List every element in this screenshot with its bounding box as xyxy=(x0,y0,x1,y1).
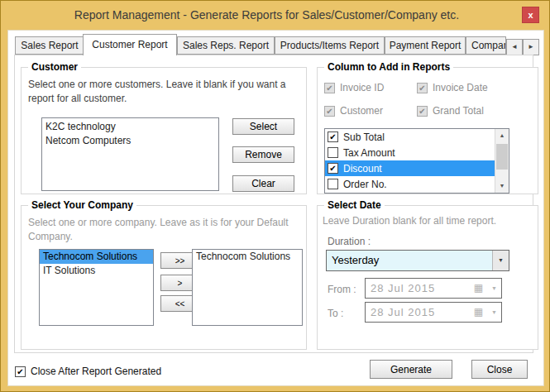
arrow-right-icon: ► xyxy=(528,43,534,50)
tab-label: Payment Report xyxy=(390,40,462,51)
checklist-item-order-no[interactable]: Order No. xyxy=(325,176,495,192)
checkbox-checked-icon: ✔ xyxy=(324,83,335,93)
customer-column-checkbox: ✔ Customer xyxy=(324,105,383,117)
checkbox-checked-icon: ✔ xyxy=(417,106,428,117)
close-icon: x xyxy=(528,10,533,20)
tab-label: Company xyxy=(471,40,506,51)
tab-customer-report[interactable]: Customer Report xyxy=(83,34,177,55)
checklist-item-sub-total[interactable]: ✔ Sub Total xyxy=(325,129,495,145)
date-description: Leave Duration blank for all time report… xyxy=(323,214,536,228)
company-group-title: Select Your Company xyxy=(28,199,136,211)
checkbox-unchecked-icon[interactable] xyxy=(328,147,338,158)
tab-sales-reps-report[interactable]: Sales Reps. Report xyxy=(177,36,275,55)
checkbox-label: Close After Report Generated xyxy=(31,366,161,377)
checkbox-checked-icon: ✔ xyxy=(324,106,335,117)
checkbox-label: Invoice Date xyxy=(433,82,488,93)
tab-label: Products/Items Report xyxy=(280,40,379,51)
customer-report-tab-panel: Customer Select one or more customers. L… xyxy=(14,55,533,353)
checkbox-checked-icon[interactable]: ✔ xyxy=(328,131,338,142)
arrow-left-icon: ◄ xyxy=(511,43,518,50)
checklist-item-label: Discount xyxy=(343,163,382,174)
remove-customer-button[interactable]: Remove xyxy=(232,146,294,163)
tab-sales-report[interactable]: Sales Report xyxy=(15,36,84,55)
scroll-down-icon[interactable]: ▼ xyxy=(495,179,509,193)
tab-label: Customer Report xyxy=(92,39,167,50)
tab-label: Sales Reps. Report xyxy=(183,40,269,51)
tab-label: Sales Report xyxy=(21,40,78,51)
chevron-down-icon: ▼ xyxy=(491,309,497,315)
to-date-value: 28 Jul 2015 xyxy=(371,306,435,318)
customer-listbox[interactable]: K2C technology Netcom Computers xyxy=(41,117,219,191)
duration-label: Duration : xyxy=(328,235,371,249)
checkbox-label: Grand Total xyxy=(433,105,484,117)
checkbox-checked-icon: ✔ xyxy=(417,83,428,93)
columns-group-title: Column to Add in Reports xyxy=(324,61,453,73)
from-label: From : xyxy=(328,283,356,297)
duration-value: Yesterday xyxy=(332,254,379,266)
close-window-button[interactable]: x xyxy=(522,7,539,23)
from-date-value: 28 Jul 2015 xyxy=(371,282,435,294)
customer-list-item[interactable]: K2C technology xyxy=(42,120,218,134)
duration-combobox[interactable]: Yesterday ▼ xyxy=(326,250,509,271)
chevron-down-icon[interactable]: ▼ xyxy=(492,251,509,270)
from-date-picker: 28 Jul 2015 ▦ ▼ xyxy=(365,278,502,299)
checklist-scrollbar[interactable]: ▲ ▼ xyxy=(495,129,509,193)
company-list-item[interactable]: Technocom Solutions xyxy=(193,250,302,264)
checklist-item-label: Tax Amount xyxy=(343,147,395,159)
checklist-item-tax-amount[interactable]: Tax Amount xyxy=(325,145,495,160)
tab-scroll-left-button[interactable]: ◄ xyxy=(506,39,523,55)
clear-customers-button[interactable]: Clear xyxy=(232,175,294,192)
calendar-icon: ▦ xyxy=(474,283,483,294)
report-management-dialog: Report Management - Generate Reports for… xyxy=(0,0,550,392)
tab-products-items-report[interactable]: Products/Items Report xyxy=(275,36,385,55)
invoice-date-checkbox: ✔ Invoice Date xyxy=(417,82,488,93)
title-bar[interactable]: Report Management - Generate Reports for… xyxy=(1,1,549,30)
date-group-title: Select Date xyxy=(324,199,385,211)
company-list-item[interactable]: Technocom Solutions xyxy=(40,250,153,264)
grand-total-checkbox: ✔ Grand Total xyxy=(417,105,484,117)
dialog-content: Sales Report Customer Report Sales Reps.… xyxy=(7,30,544,386)
to-label: To : xyxy=(328,307,343,321)
available-companies-listbox[interactable]: Technocom Solutions IT Solutions xyxy=(39,249,154,326)
close-after-generated-checkbox[interactable]: ✔ Close After Report Generated xyxy=(15,366,161,377)
customer-list-item[interactable]: Netcom Computers xyxy=(42,134,218,148)
report-columns-checklist[interactable]: ✔ Sub Total Tax Amount ✔ Discount Order … xyxy=(324,128,509,194)
checkbox-label: Customer xyxy=(340,105,383,117)
checklist-item-label: Order No. xyxy=(343,179,387,190)
date-groupbox: Select Date Leave Duration blank for all… xyxy=(317,205,538,350)
columns-groupbox: Column to Add in Reports ✔ Invoice ID ✔ … xyxy=(317,67,538,194)
tab-payment-report[interactable]: Payment Report xyxy=(385,36,466,55)
calendar-icon: ▦ xyxy=(474,307,483,318)
scroll-up-icon[interactable]: ▲ xyxy=(495,129,509,142)
tab-company-report[interactable]: Company xyxy=(466,36,506,55)
generate-button[interactable]: Generate xyxy=(370,360,452,379)
invoice-id-checkbox: ✔ Invoice ID xyxy=(324,82,384,93)
company-description: Select one or more company. Leave as it … xyxy=(28,216,301,244)
scrollbar-thumb[interactable] xyxy=(496,144,508,170)
customer-description: Select one or more customers. Leave it b… xyxy=(28,78,288,106)
company-groupbox: Select Your Company Select one or more c… xyxy=(21,205,307,350)
checkbox-unchecked-icon[interactable] xyxy=(328,179,338,189)
company-list-item[interactable]: IT Solutions xyxy=(40,264,153,278)
to-date-picker: 28 Jul 2015 ▦ ▼ xyxy=(365,302,502,323)
tab-scroll-right-button[interactable]: ► xyxy=(523,39,539,55)
select-customer-button[interactable]: Select xyxy=(232,118,294,135)
checkbox-label: Invoice ID xyxy=(340,82,384,93)
checkbox-checked-icon[interactable]: ✔ xyxy=(15,366,26,377)
chevron-down-icon: ▼ xyxy=(491,285,497,291)
checklist-item-discount[interactable]: ✔ Discount xyxy=(325,160,495,176)
close-button[interactable]: Close xyxy=(471,360,528,379)
chosen-companies-listbox[interactable]: Technocom Solutions xyxy=(192,249,303,326)
customer-groupbox: Customer Select one or more customers. L… xyxy=(21,67,307,194)
customer-group-title: Customer xyxy=(28,61,81,73)
checkbox-checked-icon[interactable]: ✔ xyxy=(328,163,338,174)
checklist-item-label: Sub Total xyxy=(343,131,385,143)
window-title: Report Management - Generate Reports for… xyxy=(26,8,508,22)
